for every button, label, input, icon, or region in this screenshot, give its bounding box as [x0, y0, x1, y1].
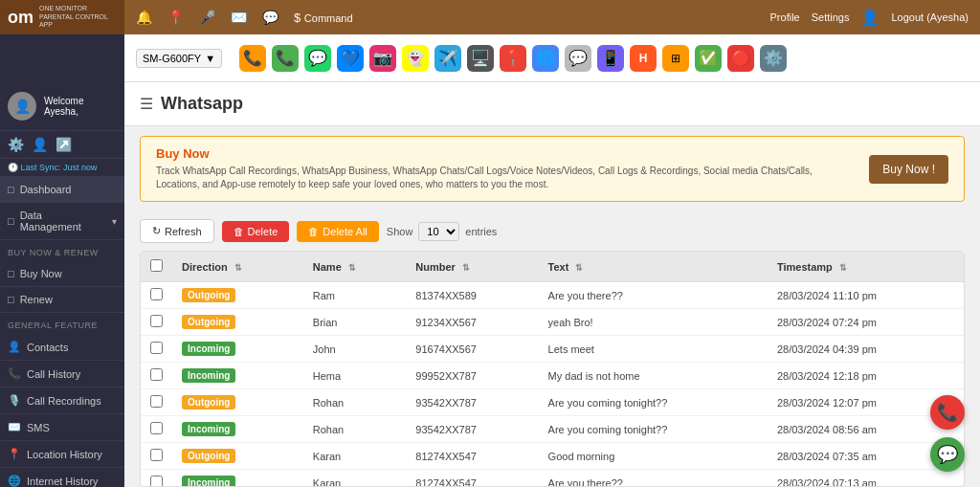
row-checkbox[interactable] [150, 315, 163, 327]
internet-history-icon: 🌐 [8, 475, 21, 487]
row-direction: Incoming [172, 363, 303, 389]
app-icon-h[interactable]: H [630, 45, 657, 72]
location-icon[interactable]: 📍 [167, 10, 184, 25]
user-avatar-top: 👤 [860, 9, 880, 27]
dashboard-icon: □ [8, 184, 14, 195]
row-text: Lets meet [539, 336, 768, 363]
sort-icon[interactable]: ⇅ [462, 263, 470, 273]
logout-icon[interactable]: ↗️ [56, 137, 72, 152]
app-icon-phone[interactable]: 📞 [272, 45, 299, 72]
gear-icon[interactable]: ⚙️ [8, 137, 24, 152]
show-entries: Show 10 25 50 entries [387, 222, 498, 241]
row-direction: Outgoing [172, 443, 303, 470]
sort-icon[interactable]: ⇅ [234, 263, 242, 273]
sidebar-item-label: Contacts [27, 342, 68, 353]
row-checkbox-cell [141, 336, 172, 363]
row-text: Are you there?? [539, 470, 768, 488]
app-icon-chat2[interactable]: 💬 [565, 45, 591, 72]
logo-area: om ONE MONITORPARENTAL CONTROL APP [0, 0, 124, 34]
row-text: Are you there?? [539, 282, 768, 309]
app-icon-whatsapp[interactable]: 💬 [304, 45, 331, 72]
row-direction: Outgoing [172, 389, 303, 416]
sidebar-item-buy-now[interactable]: □ Buy Now [0, 261, 124, 287]
app-icon-settings[interactable]: ⚙️ [760, 45, 787, 72]
sidebar-item-label: Renew [20, 294, 53, 305]
row-checkbox[interactable] [150, 476, 163, 487]
row-direction: Incoming [172, 470, 303, 488]
row-checkbox-cell [141, 416, 172, 443]
select-all-checkbox[interactable] [150, 259, 163, 272]
fab-whatsapp-button[interactable]: 💬 [930, 437, 965, 472]
settings-link[interactable]: Settings [812, 11, 850, 23]
mic-icon[interactable]: 🎤 [199, 10, 215, 25]
avatar: 👤 [8, 92, 36, 121]
sidebar-item-data-management[interactable]: □ Data Management ▾ [0, 203, 124, 240]
person-icon[interactable]: 👤 [32, 137, 48, 152]
refresh-button[interactable]: ↻ Refresh [140, 219, 214, 243]
sort-icon[interactable]: ⇅ [348, 263, 356, 273]
buy-now-button[interactable]: Buy Now ! [869, 155, 948, 184]
app-icon-snapchat[interactable]: 👻 [402, 45, 429, 72]
delete-all-button[interactable]: 🗑 Delete All [297, 221, 378, 242]
delete-button[interactable]: 🗑 Delete [222, 221, 290, 242]
sidebar-item-internet-history[interactable]: 🌐 Internet History [0, 468, 124, 487]
app-icon-chrome[interactable]: 🌐 [532, 45, 559, 72]
sort-icon[interactable]: ⇅ [575, 263, 583, 273]
call-recordings-icon: 🎙️ [8, 394, 21, 407]
profile-link[interactable]: Profile [770, 11, 800, 23]
section-header-buy: BUY NOW & RENEW [0, 240, 124, 261]
row-checkbox[interactable] [150, 422, 163, 434]
hamburger-icon[interactable]: ☰ [140, 95, 153, 113]
app-icon-red[interactable]: 🔴 [727, 45, 754, 72]
row-checkbox[interactable] [150, 395, 163, 408]
sort-icon[interactable]: ⇅ [839, 263, 847, 273]
logout-link[interactable]: Logout (Ayesha) [891, 11, 969, 23]
entries-select[interactable]: 10 25 50 [418, 222, 459, 241]
row-direction: Outgoing [172, 282, 303, 309]
buy-icon: □ [8, 268, 14, 279]
direction-badge: Outgoing [182, 395, 235, 410]
notification-icon[interactable]: 🔔 [136, 10, 152, 25]
app-icon-messenger[interactable]: 💙 [337, 45, 364, 72]
chat-icon[interactable]: 💬 [262, 10, 278, 25]
col-direction: Direction ⇅ [172, 252, 303, 282]
row-timestamp: 28/03/2024 04:39 pm [768, 336, 964, 363]
sidebar-item-dashboard[interactable]: □ Dashboard [0, 177, 124, 203]
row-checkbox-cell [141, 389, 172, 416]
direction-badge: Outgoing [182, 315, 235, 329]
app-icon-dialer[interactable]: 📞 [239, 45, 266, 72]
row-checkbox[interactable] [150, 368, 163, 381]
device-select[interactable]: SM-G600FY ▼ [136, 49, 222, 68]
fab-phone-button[interactable]: 📞 [930, 395, 965, 430]
app-icon-monitor[interactable]: 🖥️ [467, 45, 494, 72]
data-table: Direction ⇅ Name ⇅ Number ⇅ Text ⇅ Times… [140, 251, 965, 487]
app-icon-grid[interactable]: ⊞ [662, 45, 689, 72]
row-checkbox[interactable] [150, 342, 163, 354]
sidebar-item-call-recordings[interactable]: 🎙️ Call Recordings [0, 387, 124, 414]
app-icon-instagram[interactable]: 📷 [369, 45, 396, 72]
location-history-icon: 📍 [8, 448, 21, 460]
sidebar-item-contacts[interactable]: 👤 Contacts [0, 334, 124, 361]
sidebar-item-label: Internet History [27, 476, 99, 487]
sidebar-item-renew[interactable]: □ Renew [0, 287, 124, 313]
email-icon[interactable]: ✉️ [231, 10, 247, 25]
data-icon: □ [8, 215, 14, 227]
row-checkbox[interactable] [150, 288, 163, 300]
sidebar-item-label: Buy Now [20, 268, 62, 279]
content-area: ☰ Whatsapp Buy Now Track WhatsApp Call R… [124, 82, 980, 487]
row-number: 81274XX547 [406, 470, 538, 488]
sidebar-item-location-history[interactable]: 📍 Location History [0, 441, 124, 468]
command-icon[interactable]: $ Command [294, 11, 353, 25]
row-direction: Incoming [172, 336, 303, 363]
app-icon-green2[interactable]: ✅ [695, 45, 722, 72]
row-name: Rohan [303, 389, 407, 416]
sidebar-item-call-history[interactable]: 📞 Call History [0, 361, 124, 387]
row-checkbox[interactable] [150, 449, 163, 461]
app-icon-telegram[interactable]: ✈️ [434, 45, 461, 72]
sidebar-item-sms[interactable]: ✉️ SMS [0, 414, 124, 441]
app-icon-maps[interactable]: 📍 [500, 45, 526, 72]
direction-badge: Incoming [182, 476, 235, 487]
sidebar-item-label: Dashboard [20, 184, 72, 195]
app-icon-viber[interactable]: 📱 [597, 45, 624, 72]
sidebar: 👤 Welcome Ayesha, ⚙️ 👤 ↗️ 🕐 Last Sync: J… [0, 82, 124, 487]
